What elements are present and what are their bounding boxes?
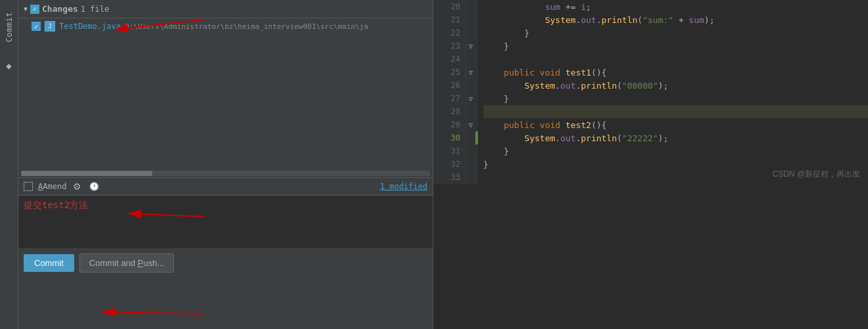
line-num-20: 20	[433, 0, 466, 13]
file-item[interactable]: J TestDemo.java D:\Users\Administrator\b…	[18, 18, 433, 34]
collapse-arrow-icon[interactable]: ▼	[24, 5, 28, 12]
file-list: J TestDemo.java D:\Users\Administrator\b…	[18, 18, 433, 169]
commit-bottom: AAmend ⚙ 🕐 1 modified 提交test2方法 Commit C…	[18, 177, 433, 278]
commit-push-label: Commit and Push...	[89, 258, 164, 268]
code-line-21: System.out.println("sum:" + sum);	[483, 13, 868, 26]
gutter-31	[466, 144, 475, 158]
gutter-22	[466, 26, 475, 39]
modified-count[interactable]: 1 modified	[380, 182, 427, 191]
line-num-27: 27	[433, 92, 466, 105]
line-num-30: 30	[433, 131, 466, 144]
code-line-22: }	[483, 26, 868, 39]
code-line-30: System.out.println("22222");	[483, 131, 868, 144]
line-num-29: 29	[433, 118, 466, 131]
commit-button[interactable]: Commit	[24, 254, 74, 272]
line-num-32: 32	[433, 158, 466, 171]
commit-push-button[interactable]: Commit and Push...	[79, 253, 174, 273]
code-line-28	[483, 105, 868, 118]
code-line-25: public void test1(){	[483, 66, 868, 79]
code-line-24	[483, 53, 868, 66]
file-count: 1 file	[81, 5, 109, 14]
line-num-33: 33	[433, 171, 466, 184]
code-line-23: }	[483, 39, 868, 53]
code-line-27: }	[483, 92, 868, 105]
file-checkbox[interactable]	[32, 22, 41, 31]
code-line-20: sum += i;	[483, 0, 868, 13]
code-panel: 20 21 22 23 24 25 26 27 28 29 30 31 32 3…	[433, 0, 868, 184]
line-num-25: 25	[433, 66, 466, 79]
diamond-icon: ◆	[4, 60, 14, 71]
code-line-31: }	[483, 144, 868, 158]
commit-options: AAmend ⚙ 🕐 1 modified	[18, 178, 433, 196]
file-name: TestDemo.java	[59, 22, 121, 31]
changes-checkbox[interactable]	[30, 5, 39, 14]
gutter-24	[466, 53, 475, 66]
vertical-tab[interactable]: Commit ◆	[0, 0, 18, 329]
gutter-32	[466, 158, 475, 171]
gutter-27: ▽	[466, 92, 475, 105]
gutter-26	[466, 79, 475, 92]
line-num-26: 26	[433, 79, 466, 92]
line-num-24: 24	[433, 53, 466, 66]
commit-tab-label[interactable]: Commit	[2, 7, 16, 47]
gutter-20	[466, 0, 475, 13]
gutter-33	[466, 171, 475, 184]
changes-label: Changes	[42, 4, 78, 14]
gutter-30	[466, 131, 475, 144]
code-lines: sum += i; System.out.println("sum:" + su…	[478, 0, 868, 184]
changes-header: ▼ Changes 1 file	[18, 0, 433, 18]
amend-label: AAmend	[38, 182, 66, 191]
gutter-21	[466, 13, 475, 26]
line-num-22: 22	[433, 26, 466, 39]
commit-content: ▼ Changes 1 file J TestDemo.java D:\User…	[18, 0, 433, 329]
csdn-watermark: CSDN @新征程，再出发	[772, 169, 860, 180]
commit-message-input[interactable]: 提交test2方法	[18, 196, 433, 248]
scroll-thumb[interactable]	[21, 171, 152, 176]
file-path: D:\Users\Administrator\bz\heima_intervie…	[125, 22, 368, 31]
code-content: 20 21 22 23 24 25 26 27 28 29 30 31 32 3…	[433, 0, 868, 184]
line-num-23: 23	[433, 39, 466, 53]
line-numbers: 20 21 22 23 24 25 26 27 28 29 30 31 32 3…	[433, 0, 466, 184]
line-num-28: 28	[433, 105, 466, 118]
gear-button[interactable]: ⚙	[72, 181, 83, 192]
line-num-31: 31	[433, 144, 466, 158]
diff-gutter: ▽ ▽ ▽ ▽	[466, 0, 475, 184]
history-button[interactable]: 🕐	[88, 182, 100, 191]
amend-checkbox[interactable]	[24, 182, 33, 191]
code-line-29: public void test2(){	[483, 118, 868, 131]
code-editor-panel: 20 21 22 23 24 25 26 27 28 29 30 31 32 3…	[433, 0, 868, 329]
commit-buttons: Commit Commit and Push...	[18, 248, 433, 278]
gutter-25: ▽	[466, 66, 475, 79]
java-file-icon: J	[45, 21, 55, 32]
gutter-23: ▽	[466, 39, 475, 53]
gutter-29: ▽	[466, 118, 475, 131]
line-num-21: 21	[433, 13, 466, 26]
gutter-28	[466, 105, 475, 118]
horizontal-scrollbar[interactable]	[21, 171, 430, 176]
code-line-26: System.out.println("00000");	[483, 79, 868, 92]
